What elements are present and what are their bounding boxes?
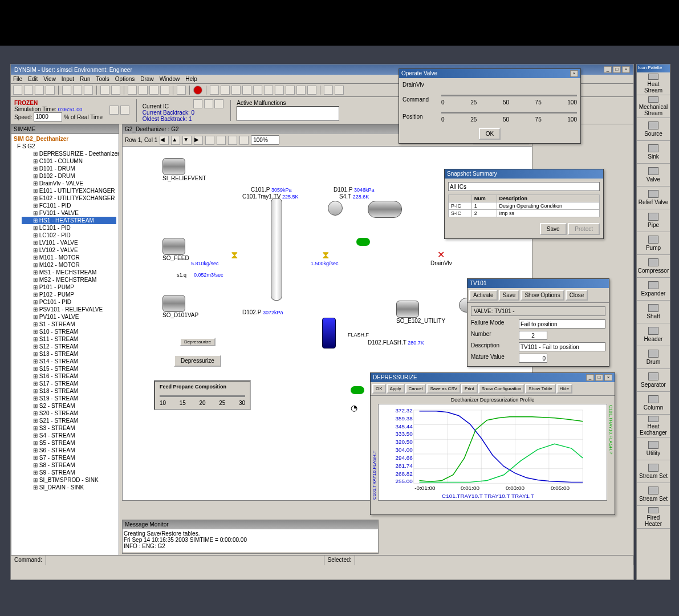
save-icon[interactable]	[35, 86, 44, 95]
menu-input[interactable]: Input	[62, 76, 74, 82]
fastfwd-icon[interactable]	[242, 86, 251, 95]
print-icon[interactable]	[46, 86, 55, 95]
step-icon[interactable]	[221, 86, 230, 95]
palette-item[interactable]: Utility	[637, 437, 670, 460]
doc-icon[interactable]	[335, 86, 344, 95]
close-icon[interactable]: ×	[604, 374, 612, 381]
folder-icon[interactable]	[324, 86, 333, 95]
stop-icon[interactable]	[160, 86, 169, 95]
tree-item[interactable]: ⊞ S4 - STREAM	[22, 432, 116, 439]
speed-input[interactable]	[34, 112, 62, 121]
tree-item[interactable]: ⊞ FC101 - PID	[22, 202, 116, 209]
pause-icon[interactable]	[109, 106, 119, 115]
tree-item[interactable]: ⊞ M102 - MOTOR	[22, 261, 116, 269]
snapshot-filter[interactable]	[448, 182, 600, 191]
apply-button[interactable]: Apply	[387, 384, 405, 394]
tree-item[interactable]: ⊞ DEPRESSURIZE - Deethanizer	[22, 150, 116, 157]
column-c101[interactable]	[271, 198, 282, 301]
tree-item[interactable]: ⊞ PSV101 - RELIEFVALVE	[22, 306, 116, 313]
show-table-button[interactable]: Show Table	[525, 384, 555, 394]
tree-item[interactable]: ⊞ S6 - STREAM	[22, 447, 116, 454]
palette-item[interactable]: Shaft	[637, 301, 670, 323]
position-slider[interactable]: 0 25 50 75 100	[441, 110, 577, 123]
palette-item[interactable]: Compressor	[637, 255, 670, 278]
tree-item[interactable]: ⊞ S16 - STREAM	[22, 372, 116, 380]
tree-item[interactable]: ⊞ S9 - STREAM	[22, 469, 116, 476]
ic-icon[interactable]	[193, 99, 202, 108]
tree[interactable]: SIM G2_Deethanizer F S G2 ⊞ DEPRESSURIZE…	[11, 134, 119, 551]
tree-item[interactable]: ⊞ DrainVlv - VALVE	[22, 180, 116, 187]
menu-tools[interactable]: Tools	[96, 76, 109, 82]
grid-icon[interactable]	[286, 86, 295, 95]
ok-button[interactable]: OK	[479, 128, 501, 140]
palette-item[interactable]: Column	[637, 392, 670, 415]
tree-item[interactable]: ⊞ P101 - PUMP	[22, 283, 116, 291]
cancel-button[interactable]: Cancel	[405, 384, 426, 394]
close-button[interactable]: Close	[566, 290, 588, 301]
open-icon[interactable]	[24, 86, 33, 95]
cut-icon[interactable]	[62, 86, 71, 95]
tree-fs[interactable]: F S G2	[14, 143, 116, 150]
maximize-icon[interactable]: □	[613, 66, 621, 73]
undo-icon[interactable]	[111, 86, 120, 95]
close-icon[interactable]: ×	[622, 66, 630, 73]
save-as-csv-button[interactable]: Save as CSV	[426, 384, 461, 394]
tree-root[interactable]: SIM G2_Deethanizer	[14, 135, 116, 143]
ic-load-icon[interactable]	[204, 99, 213, 108]
wrench-icon[interactable]	[139, 86, 148, 95]
valve-lv101[interactable]: ⧗	[322, 249, 330, 261]
menu-file[interactable]: File	[13, 76, 22, 82]
tree-item[interactable]: ⊞ FV101 - VALVE	[22, 209, 116, 217]
tree-item[interactable]: ⊞ S20 - STREAM	[22, 410, 116, 417]
tree-item[interactable]: ⊞ S2 - STREAM	[22, 402, 116, 410]
tree-item[interactable]: ⊞ S1 - STREAM	[22, 321, 116, 328]
maximize-icon[interactable]: □	[595, 374, 603, 381]
number-input[interactable]	[519, 331, 547, 340]
save-button[interactable]: Save	[540, 223, 567, 235]
paste-icon[interactable]	[84, 86, 93, 95]
menu-window[interactable]: Window	[160, 76, 180, 82]
e102-util-drum[interactable]	[396, 301, 419, 318]
zoom-in-icon[interactable]	[205, 136, 214, 145]
tree-item[interactable]: ⊞ E102 - UTILITYEXCHANGER	[22, 194, 116, 202]
tree-item[interactable]: ⊞ S10 - STREAM	[22, 328, 116, 335]
gear-icon[interactable]	[149, 86, 158, 95]
description-input[interactable]	[519, 342, 605, 351]
menu-view[interactable]: View	[43, 76, 56, 82]
show-configuration-button[interactable]: Show Configuration	[478, 384, 525, 394]
failure-mode-input[interactable]	[519, 319, 605, 329]
tree-item[interactable]: ⊞ PV101 - VALVE	[22, 313, 116, 321]
nav-right-icon[interactable]: ▶	[194, 136, 203, 145]
tree-item[interactable]: ⊞ S11 - STREAM	[22, 335, 116, 343]
palette-item[interactable]: Fired Heater	[637, 506, 670, 529]
hx-e101[interactable]	[328, 201, 343, 216]
table-row[interactable]: P-IC1Design Operating Condition	[449, 202, 600, 210]
tree-item[interactable]: ⊞ S8 - STREAM	[22, 461, 116, 469]
tree-item[interactable]: ⊞ LV101 - VALVE	[22, 239, 116, 246]
palette-item[interactable]: Heat Exchanger	[637, 415, 670, 437]
tree-item[interactable]: ⊞ S12 - STREAM	[22, 343, 116, 350]
tree-item[interactable]: ⊞ S13 - STREAM	[22, 350, 116, 358]
show-options-button[interactable]: Show Options	[521, 290, 564, 301]
command-slider[interactable]: 0 25 50 75 100	[441, 92, 577, 106]
zoom-out-icon[interactable]	[217, 136, 226, 145]
menu-draw[interactable]: Draw	[140, 76, 153, 82]
menu-edit[interactable]: Edit	[28, 76, 38, 82]
tree-item[interactable]: ⊞ HS1 - HEATSTREAM	[22, 217, 116, 224]
tree-item[interactable]: ⊞ D101 - DRUM	[22, 165, 116, 172]
tank-m102[interactable]	[351, 386, 364, 394]
table-row[interactable]: S-IC2Imp ss	[449, 210, 600, 217]
tree-item[interactable]: ⊞ S7 - STREAM	[22, 454, 116, 461]
tree-item[interactable]: ⊞ S14 - STREAM	[22, 358, 116, 365]
palette-item[interactable]: Drum	[637, 346, 670, 369]
palette-item[interactable]: Valve	[637, 164, 670, 187]
palette-item[interactable]: Header	[637, 323, 670, 346]
palette-item[interactable]: Mechanical Stream	[637, 95, 670, 118]
tree-item[interactable]: ⊞ M101 - MOTOR	[22, 254, 116, 261]
feed-comp-slider[interactable]: 10 15 20 25 30	[160, 393, 245, 407]
rewind-icon[interactable]	[231, 86, 241, 95]
d101vap-drum[interactable]	[162, 295, 185, 312]
save-button[interactable]: Save	[499, 290, 520, 301]
menu-options[interactable]: Options	[115, 76, 135, 82]
tree-item[interactable]: ⊞ PC101 - PID	[22, 298, 116, 306]
